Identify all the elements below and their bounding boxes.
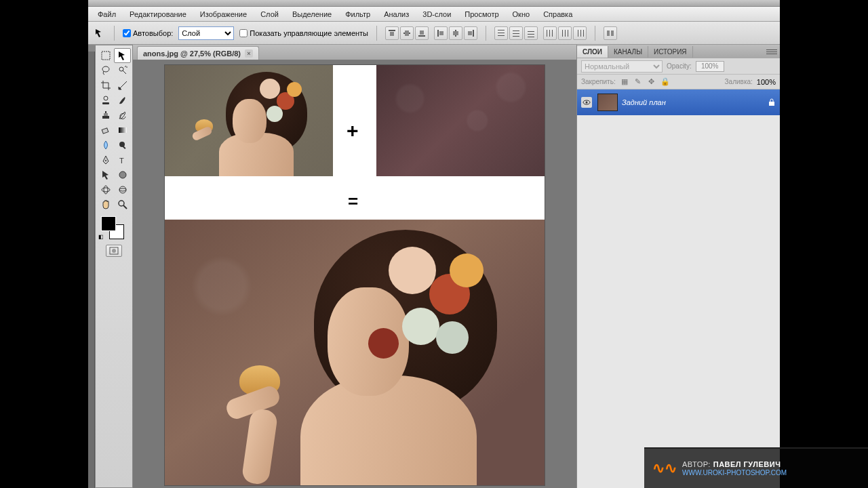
menu-edit[interactable]: Редактирование <box>124 8 192 20</box>
show-controls-checkbox[interactable]: Показать управляющие элементы <box>239 29 368 37</box>
canvas-viewport[interactable]: + = <box>133 60 576 488</box>
align-bottom-icon[interactable] <box>415 26 429 40</box>
blur-tool-icon[interactable] <box>97 138 114 152</box>
svg-point-53 <box>112 249 116 253</box>
align-top-icon[interactable] <box>385 26 399 40</box>
tab-layers[interactable]: СЛОИ <box>577 46 608 58</box>
dodge-tool-icon[interactable] <box>114 138 131 152</box>
layer-list[interactable]: Задний план <box>577 89 780 488</box>
svg-rect-4 <box>418 35 425 37</box>
svg-rect-20 <box>528 37 534 37</box>
svg-point-33 <box>102 66 109 72</box>
panel-menu-icon[interactable] <box>766 47 777 56</box>
menu-image[interactable]: Изображение <box>195 8 252 20</box>
align-vcenter-icon[interactable] <box>400 26 414 40</box>
crop-tool-icon[interactable] <box>97 78 114 93</box>
svg-rect-37 <box>102 116 109 119</box>
slice-tool-icon[interactable] <box>114 78 131 93</box>
tab-channels[interactable]: КАНАЛЫ <box>608 46 648 58</box>
lasso-tool-icon[interactable] <box>97 63 114 78</box>
history-brush-tool-icon[interactable] <box>114 108 131 123</box>
svg-rect-1 <box>390 32 394 36</box>
svg-rect-12 <box>498 30 505 30</box>
marquee-tool-icon[interactable] <box>97 48 114 63</box>
foreground-color-swatch[interactable] <box>101 216 116 231</box>
layer-thumbnail[interactable] <box>597 94 618 111</box>
align-left-icon[interactable] <box>434 26 448 40</box>
menu-view[interactable]: Просмотр <box>459 8 504 20</box>
menu-window[interactable]: Окно <box>507 8 536 20</box>
distribute-right-icon[interactable] <box>573 26 587 40</box>
result-image <box>165 220 545 485</box>
type-tool-icon[interactable]: T <box>114 152 131 167</box>
menu-filter[interactable]: Фильтр <box>340 8 376 20</box>
opacity-label: Opacity: <box>667 62 692 70</box>
distribute-vcenter-icon[interactable] <box>509 26 523 40</box>
svg-rect-9 <box>453 31 458 35</box>
align-right-icon[interactable] <box>464 26 477 40</box>
photoshop-window: Файл Редактирование Изображение Слой Выд… <box>88 0 780 488</box>
menu-layer[interactable]: Слой <box>255 8 284 20</box>
blend-mode-select[interactable]: Нормальный <box>581 60 663 73</box>
zoom-tool-icon[interactable] <box>114 197 131 212</box>
brush-tool-icon[interactable] <box>114 93 131 108</box>
path-select-tool-icon[interactable] <box>97 167 114 182</box>
document-tab[interactable]: anons.jpg @ 27,5% (RGB/8) × <box>137 46 259 60</box>
auto-align-icon[interactable] <box>604 26 617 40</box>
eraser-tool-icon[interactable] <box>97 123 114 138</box>
plus-symbol: + <box>347 119 359 142</box>
lock-pixels-icon[interactable]: ▦ <box>620 77 629 87</box>
svg-rect-29 <box>583 30 584 37</box>
move-tool-icon[interactable] <box>114 48 131 63</box>
menu-3d[interactable]: 3D-слои <box>417 8 456 20</box>
default-colors-icon[interactable]: ◧ <box>98 234 104 240</box>
layer-row[interactable]: Задний план <box>577 89 780 115</box>
separator <box>376 26 377 41</box>
svg-text:T: T <box>119 157 124 165</box>
distribute-top-icon[interactable] <box>494 26 508 40</box>
left-dock-strip[interactable] <box>88 45 95 488</box>
svg-rect-23 <box>552 30 553 37</box>
menu-analysis[interactable]: Анализ <box>378 8 414 20</box>
distribute-bottom-icon[interactable] <box>524 26 538 40</box>
auto-select-input[interactable] <box>123 29 131 37</box>
color-swatches[interactable]: ◧ <box>97 215 131 242</box>
svg-point-55 <box>586 102 588 104</box>
title-bar <box>88 0 780 7</box>
quick-mask-icon[interactable] <box>106 245 122 257</box>
show-controls-input[interactable] <box>239 29 248 37</box>
svg-rect-43 <box>122 146 125 149</box>
3d-orbit-tool-icon[interactable] <box>114 182 131 197</box>
fill-value[interactable]: 100% <box>757 78 776 86</box>
healing-brush-tool-icon[interactable] <box>97 93 114 108</box>
show-controls-label: Показать управляющие элементы <box>250 29 368 37</box>
align-group-2 <box>434 26 477 40</box>
gradient-tool-icon[interactable] <box>114 123 131 138</box>
quick-select-tool-icon[interactable] <box>114 63 131 78</box>
menu-file[interactable]: Файл <box>92 8 121 20</box>
clone-stamp-tool-icon[interactable] <box>97 108 114 123</box>
lock-paint-icon[interactable]: ✎ <box>633 77 643 87</box>
3d-rotate-tool-icon[interactable] <box>97 182 114 197</box>
document-area: anons.jpg @ 27,5% (RGB/8) × <box>133 45 576 488</box>
auto-select-checkbox[interactable]: Автовыбор: <box>123 29 173 37</box>
distribute-hcenter-icon[interactable] <box>558 26 572 40</box>
close-tab-icon[interactable]: × <box>245 49 253 58</box>
svg-rect-27 <box>578 30 578 37</box>
pen-tool-icon[interactable] <box>97 152 114 167</box>
svg-rect-14 <box>498 35 505 36</box>
svg-rect-56 <box>769 102 774 106</box>
menu-select[interactable]: Выделение <box>287 8 337 20</box>
align-hcenter-icon[interactable] <box>449 26 462 40</box>
auto-select-target[interactable]: Слой <box>178 26 234 40</box>
opacity-value[interactable]: 100% <box>696 61 724 72</box>
hand-tool-icon[interactable] <box>97 197 114 212</box>
tab-history[interactable]: ИСТОРИЯ <box>648 46 693 58</box>
svg-rect-11 <box>468 31 472 35</box>
lock-all-icon[interactable]: 🔒 <box>660 77 670 87</box>
lock-position-icon[interactable]: ✥ <box>647 77 656 87</box>
shape-tool-icon[interactable] <box>114 167 131 182</box>
distribute-left-icon[interactable] <box>543 26 557 40</box>
visibility-toggle-icon[interactable] <box>581 97 592 108</box>
menu-help[interactable]: Справка <box>538 8 578 20</box>
